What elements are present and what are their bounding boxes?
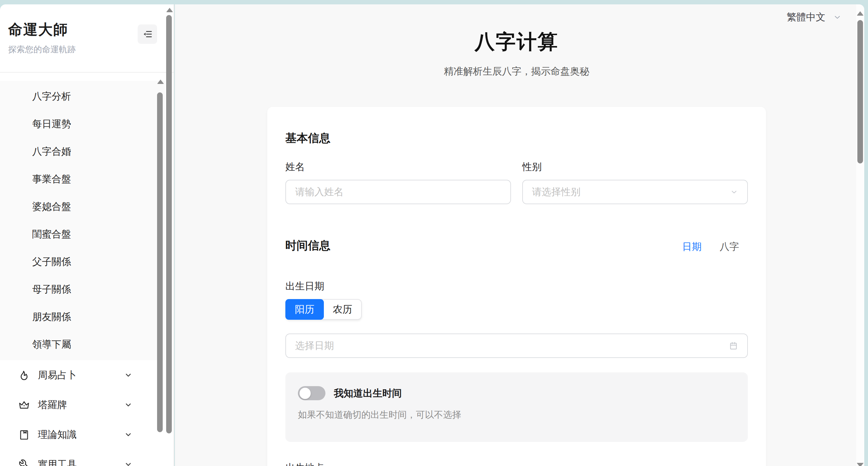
language-selector[interactable]: 繁體中文 — [787, 11, 842, 24]
birth-time-toggle-row: 我知道出生时间 — [298, 386, 735, 400]
chevron-down-icon — [124, 431, 132, 439]
main-area: 繁體中文 八字计算 精准解析生辰八字，揭示命盘奥秘 基本信息 姓名 性别 请选择… — [175, 4, 856, 466]
language-label: 繁體中文 — [787, 11, 826, 24]
gender-label: 性别 — [522, 161, 748, 174]
sidebar-section-theory[interactable]: 理論知識 — [0, 420, 165, 449]
name-field: 姓名 — [285, 161, 511, 204]
birth-location-label: 出生地点 — [285, 461, 748, 466]
sidebar-item-daily-fortune[interactable]: 每日運勢 — [0, 110, 165, 138]
window-scrollbar — [856, 4, 864, 466]
chevron-down-icon — [124, 460, 132, 466]
birth-date-label: 出生日期 — [285, 280, 748, 293]
sidebar-item-bazi-analysis[interactable]: 八字分析 — [0, 83, 165, 110]
sidebar-item-bff-compat[interactable]: 閨蜜合盤 — [0, 221, 165, 248]
chevron-down-icon — [730, 188, 738, 196]
gender-select[interactable]: 请选择性别 — [522, 180, 748, 204]
sidebar-item-friends[interactable]: 朋友關係 — [0, 303, 165, 331]
date-picker-input[interactable]: 选择日期 — [285, 333, 748, 358]
sidebar-sections: 周易占卜 塔羅牌 理論知識 — [0, 360, 165, 466]
sidebar-item-bazi-marriage[interactable]: 八字合婚 — [0, 138, 165, 165]
sidebar-section-tools[interactable]: 實用工具 — [0, 449, 165, 466]
birth-time-panel: 我知道出生时间 如果不知道确切的出生时间，可以不选择 — [285, 372, 748, 442]
time-info-heading: 时间信息 — [285, 238, 331, 253]
time-mode-tabs: 日期 八字 — [682, 240, 748, 253]
sidebar-scrollbar-up-arrow[interactable] — [166, 8, 173, 12]
chevron-down-icon — [124, 401, 132, 409]
bazi-form-card: 基本信息 姓名 性别 请选择性别 时间信息 — [267, 107, 766, 466]
content-column: 八字计算 精准解析生辰八字，揭示命盘奥秘 基本信息 姓名 性别 请选择性别 — [267, 28, 766, 466]
book-icon — [18, 429, 30, 441]
flame-icon — [18, 369, 30, 381]
page-subtitle: 精准解析生辰八字，揭示命盘奥秘 — [267, 65, 766, 78]
gender-field: 性别 请选择性别 — [522, 161, 748, 204]
wrench-icon — [18, 459, 30, 466]
birth-time-toggle[interactable] — [298, 386, 326, 400]
sidebar-item-leader-subordinate[interactable]: 領導下屬 — [0, 331, 165, 358]
submenu-scroll-up-indicator[interactable] — [157, 80, 164, 84]
page-title: 八字计算 — [267, 28, 766, 55]
calendar-type-segmented: 阳历 农历 — [285, 299, 362, 320]
toggle-knob — [300, 388, 311, 399]
chevron-down-icon — [124, 371, 132, 379]
tab-date[interactable]: 日期 — [682, 240, 702, 253]
basic-info-fields: 姓名 性别 请选择性别 — [285, 161, 748, 204]
window-scrollbar-up-arrow[interactable] — [857, 11, 864, 16]
sidebar-item-mother-son[interactable]: 母子關係 — [0, 275, 165, 303]
basic-info-heading: 基本信息 — [285, 130, 748, 146]
chevron-down-icon — [833, 13, 842, 22]
name-input[interactable] — [285, 180, 511, 204]
sidebar-header: 命運大師 探索您的命運軌跡 — [0, 4, 174, 72]
date-placeholder: 选择日期 — [295, 339, 334, 352]
menu-fold-icon — [142, 29, 153, 39]
sidebar: 命運大師 探索您的命運軌跡 八字分析 每日運勢 八字合婚 事業合盤 婆媳合盤 閨… — [0, 4, 174, 466]
sidebar-submenu: 八字分析 每日運勢 八字合婚 事業合盤 婆媳合盤 閨蜜合盤 父子關係 母子關係 … — [0, 81, 165, 360]
time-info-header: 时间信息 日期 八字 — [285, 238, 748, 253]
sidebar-section-zhouyi[interactable]: 周易占卜 — [0, 360, 165, 390]
birth-time-hint: 如果不知道确切的出生时间，可以不选择 — [298, 409, 735, 421]
collapse-sidebar-button[interactable] — [138, 24, 157, 44]
app-logo-subtitle: 探索您的命運軌跡 — [8, 44, 174, 55]
solar-calendar-button[interactable]: 阳历 — [285, 299, 324, 320]
sidebar-item-career-compat[interactable]: 事業合盤 — [0, 165, 165, 193]
window-scrollbar-down-arrow[interactable] — [857, 463, 864, 466]
submenu-scrollbar-thumb[interactable] — [157, 92, 163, 432]
gender-placeholder: 请选择性别 — [532, 185, 581, 199]
sidebar-scrollbar-thumb[interactable] — [166, 15, 172, 433]
tab-bazi[interactable]: 八字 — [720, 240, 739, 253]
sidebar-section-tarot[interactable]: 塔羅牌 — [0, 390, 165, 420]
name-label: 姓名 — [285, 161, 511, 174]
crown-icon — [18, 399, 30, 411]
calendar-icon — [729, 341, 738, 350]
sidebar-item-father-son[interactable]: 父子關係 — [0, 248, 165, 275]
sidebar-item-inlaw-compat[interactable]: 婆媳合盤 — [0, 193, 165, 221]
birth-time-toggle-label: 我知道出生时间 — [334, 387, 402, 400]
lunar-calendar-button[interactable]: 农历 — [324, 300, 361, 319]
window-scrollbar-thumb[interactable] — [857, 20, 863, 164]
